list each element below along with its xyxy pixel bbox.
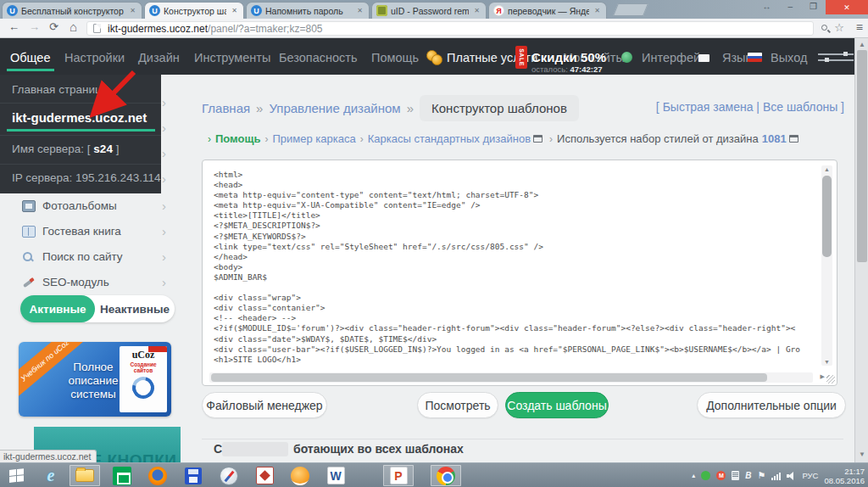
- breadcrumb-home[interactable]: Главная: [202, 101, 250, 115]
- sidebar-item-site-search[interactable]: Поиск по сайту ›: [0, 246, 174, 270]
- external-window-icon[interactable]: [789, 135, 798, 143]
- breadcrumb-design[interactable]: Управление дизайном: [269, 101, 400, 115]
- volume-icon[interactable]: [787, 472, 796, 480]
- editor-horizontal-scrollbar[interactable]: ▶: [209, 372, 813, 383]
- ucoz-book-banner[interactable]: Учебник по uCoz Полное описание системы …: [19, 342, 171, 417]
- nav-item-general[interactable]: Общее: [10, 51, 50, 64]
- home-button[interactable]: ⌂: [70, 20, 77, 34]
- taskbar-store[interactable]: [107, 465, 137, 486]
- chevron-right-icon: ›: [162, 146, 166, 160]
- close-icon[interactable]: ✕: [128, 5, 137, 16]
- frame-example-link[interactable]: Пример каркаса: [272, 132, 355, 145]
- tab-template-constructor[interactable]: U Конструктор шаблонов - ✕: [144, 2, 244, 19]
- nav-item-settings[interactable]: Настройки: [64, 51, 125, 64]
- clock[interactable]: 21:17 08.05.2016: [824, 467, 865, 485]
- nav-item-language[interactable]: Язык: [722, 51, 751, 64]
- nav-item-interface[interactable]: Интерфейс: [642, 51, 706, 64]
- close-icon[interactable]: ✕: [355, 5, 364, 16]
- site-domain[interactable]: ikt-gudermes.ucoz.net: [12, 110, 147, 125]
- preview-button[interactable]: Посмотреть: [417, 392, 498, 418]
- tab-title: Напомнить пароль: [265, 6, 352, 16]
- panel-slider-icon[interactable]: [818, 53, 854, 62]
- mail-agent-tray-icon[interactable]: M: [716, 471, 726, 480]
- nav-item-design[interactable]: Дизайн: [138, 51, 180, 64]
- book-cover: uCoz Создание сайтов: [120, 346, 167, 412]
- close-window-button[interactable]: ✕: [826, 0, 868, 14]
- taskbar-chrome[interactable]: [431, 465, 461, 486]
- taskbar-floppy-app[interactable]: [178, 465, 209, 486]
- taskbar-ie[interactable]: e: [36, 465, 66, 486]
- taskbar-powerpoint[interactable]: P: [383, 465, 414, 486]
- scroll-down-icon[interactable]: ▼: [855, 451, 868, 458]
- tab-password-remind[interactable]: U Напомнить пароль ✕: [246, 2, 370, 19]
- tab-title: переводчик — Яндекс: н: [508, 6, 589, 16]
- back-button[interactable]: ←: [8, 20, 19, 33]
- additional-options-button[interactable]: Дополнительные опции: [697, 392, 846, 418]
- search-zoom-icon[interactable]: [821, 25, 827, 31]
- nav-item-logout[interactable]: Выход: [771, 51, 807, 64]
- address-bar[interactable]: ikt-gudermes.ucoz.net/panel/?a=tmaker;kz…: [86, 21, 814, 36]
- code-textarea[interactable]: <html> <head> <meta http-equiv="content-…: [214, 170, 807, 367]
- file-manager-button[interactable]: Файловый менеджер: [202, 392, 327, 418]
- new-tab-button[interactable]: [613, 3, 648, 16]
- toggle-inactive-button[interactable]: Неактивные: [95, 295, 175, 322]
- taskbar-firefox[interactable]: [142, 465, 173, 486]
- resize-grip-icon[interactable]: [826, 375, 835, 383]
- tab-free-constructor[interactable]: U Бесплатный конструктор ✕: [2, 2, 142, 19]
- scroll-right-icon[interactable]: ▶: [821, 373, 825, 380]
- tray-expand-icon[interactable]: ▴: [692, 472, 695, 479]
- taskbar-word[interactable]: W: [320, 465, 351, 486]
- close-icon[interactable]: ✕: [230, 5, 239, 16]
- clipboard-tray-icon[interactable]: [732, 471, 739, 480]
- tab-uid-password[interactable]: uID - Password reminding ✕: [371, 2, 487, 19]
- minimize-button[interactable]: –: [779, 0, 801, 13]
- scrollbar-thumb[interactable]: [211, 373, 767, 382]
- scroll-up-icon[interactable]: ▲: [855, 41, 868, 48]
- standard-frames-link[interactable]: Каркасы стандартных дизайнов: [368, 132, 531, 145]
- reload-button[interactable]: ⟳: [49, 20, 58, 33]
- bookmark-star-icon[interactable]: ☆: [834, 21, 844, 34]
- scroll-down-icon[interactable]: ▼: [821, 359, 832, 365]
- taskbar-explorer[interactable]: [70, 465, 100, 486]
- nav-item-tools[interactable]: Инструменты: [194, 51, 270, 64]
- close-icon[interactable]: ✕: [593, 5, 602, 16]
- nav-item-help[interactable]: Помощь: [371, 51, 419, 64]
- tab-title: Бесплатный конструктор: [21, 6, 125, 16]
- external-window-icon[interactable]: [533, 135, 542, 143]
- bluetooth-icon[interactable]: B: [745, 471, 751, 480]
- editor-vertical-scrollbar[interactable]: ▲ ▼: [821, 165, 832, 366]
- taskbar-gom-player[interactable]: [285, 465, 315, 486]
- page-scrollbar[interactable]: ▲ ▼: [854, 38, 868, 462]
- scrollbar-thumb[interactable]: [822, 176, 832, 257]
- panel-home-link[interactable]: Главная страница: [12, 83, 108, 96]
- create-templates-button[interactable]: Создать шаблоны: [505, 392, 609, 418]
- forward-button[interactable]: →: [29, 20, 40, 33]
- start-button[interactable]: [2, 465, 32, 486]
- chevron-right-icon: ›: [162, 171, 166, 186]
- help-link[interactable]: Помощь: [215, 132, 260, 145]
- admin-navbar: Общее Настройки Дизайн Инструменты Безоп…: [0, 38, 868, 75]
- quick-links[interactable]: [ Быстрая замена | Все шаблоны ]: [656, 100, 844, 114]
- taskbar-picture-manager[interactable]: [249, 465, 280, 486]
- sidebar-item-seo-module[interactable]: SEO-модуль ›: [0, 271, 174, 295]
- close-icon[interactable]: ✕: [472, 5, 481, 16]
- tab-yandex-translate[interactable]: Я переводчик — Яндекс: н ✕: [488, 2, 607, 19]
- template-code-editor: <html> <head> <meta http-equiv="content-…: [202, 160, 837, 386]
- nav-item-security[interactable]: Безопасность: [279, 51, 358, 64]
- sidebar-item-guestbook[interactable]: Гостевая книга ›: [0, 221, 174, 244]
- network-signal-icon[interactable]: [771, 472, 781, 480]
- resize-icon[interactable]: ↔: [754, 0, 779, 13]
- language-indicator[interactable]: РУС: [802, 471, 818, 480]
- scrollbar-thumb[interactable]: [857, 50, 867, 262]
- toggle-active-button[interactable]: Активные: [20, 295, 95, 322]
- design-id-link[interactable]: 1081: [762, 132, 787, 145]
- scroll-up-icon[interactable]: ▲: [821, 166, 832, 172]
- maximize-button[interactable]: ❐: [801, 0, 826, 13]
- browser-menu-icon[interactable]: ≡: [856, 20, 863, 34]
- styles-info-text: Используется набор стилей от дизайна: [557, 132, 759, 145]
- yandex-icon: Я: [493, 5, 504, 16]
- action-center-flag-icon[interactable]: ⚑: [758, 470, 766, 481]
- green-app-tray-icon[interactable]: [701, 471, 710, 480]
- taskbar-compass-browser[interactable]: [214, 465, 244, 486]
- sidebar-item-photo-albums[interactable]: Фотоальбомы ›: [0, 195, 174, 219]
